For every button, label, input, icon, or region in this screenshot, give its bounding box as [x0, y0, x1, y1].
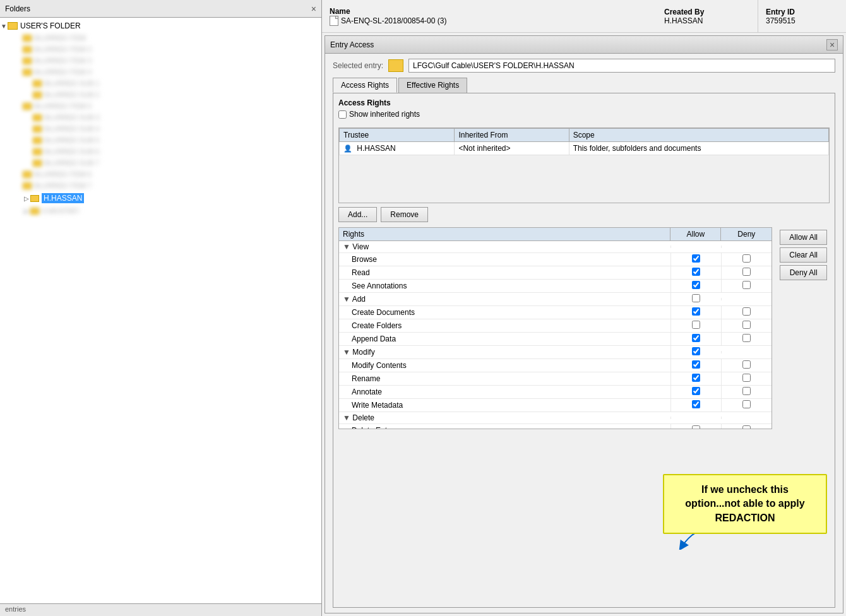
modify-contents-deny[interactable] — [721, 359, 772, 372]
list-item[interactable]: BLURRED SUB 7 — [23, 158, 321, 168]
create-docs-deny-checkbox[interactable] — [742, 307, 751, 316]
selected-entry-path: LFGC\Gulf Cable\USER'S FOLDER\H.HASSAN — [408, 59, 835, 73]
list-item[interactable]: BLURRED SUB 3 — [23, 112, 321, 122]
read-allow[interactable] — [670, 266, 721, 279]
rights-row-read[interactable]: Read — [339, 266, 772, 280]
list-item[interactable]: BLURRED ITEM 5 — [23, 101, 321, 111]
create-folders-deny-checkbox[interactable] — [742, 321, 751, 329]
see-annotations-deny[interactable] — [721, 280, 772, 292]
delete-entry-deny-checkbox[interactable] — [742, 425, 751, 429]
rights-row-modify-contents[interactable]: Modify Contents — [339, 359, 772, 372]
append-data-allow-checkbox[interactable] — [692, 334, 700, 342]
list-item[interactable]: BLURRED SUB 6 — [23, 146, 321, 157]
rename-label: Rename — [339, 373, 670, 384]
rights-row-see-annotations[interactable]: See Annotations — [339, 280, 772, 293]
add-group-checkbox[interactable] — [692, 294, 700, 302]
browse-allow-checkbox[interactable] — [692, 254, 700, 263]
rename-deny[interactable] — [721, 372, 772, 385]
annotate-deny-checkbox[interactable] — [742, 387, 751, 395]
modify-contents-allow-checkbox[interactable] — [692, 360, 700, 369]
read-allow-checkbox[interactable] — [692, 268, 700, 276]
rights-row-write-metadata[interactable]: Write Metadata — [339, 399, 772, 412]
write-metadata-allow[interactable] — [670, 399, 721, 412]
rights-group-add[interactable]: ▼ Add — [339, 293, 772, 306]
tree-label: BLURRED ITEM 2 — [34, 45, 92, 53]
delete-entry-deny[interactable] — [721, 424, 772, 429]
rights-row-annotate[interactable]: Annotate — [339, 386, 772, 399]
rights-group-modify[interactable]: ▼ Modify — [339, 346, 772, 359]
folder-close-button[interactable]: × — [311, 4, 316, 14]
add-button[interactable]: Add... — [338, 207, 377, 222]
rights-row-browse[interactable]: Browse — [339, 253, 772, 266]
expand-icon[interactable]: ▷ — [23, 208, 30, 215]
dialog-close-button[interactable]: × — [826, 39, 838, 50]
add-group-allow-cell[interactable] — [670, 293, 721, 305]
modify-group-checkbox[interactable] — [692, 347, 700, 355]
append-data-allow[interactable] — [670, 333, 721, 345]
create-docs-allow[interactable] — [670, 306, 721, 319]
create-folders-deny[interactable] — [721, 319, 772, 332]
list-item[interactable]: BLURRED ITEM 7 — [23, 181, 321, 191]
folder-icon-small — [33, 114, 42, 121]
list-item[interactable]: BLURRED ITEM 3 — [23, 56, 321, 66]
browse-allow[interactable] — [670, 253, 721, 266]
list-item[interactable]: BLURRED ITEM 4 — [23, 67, 321, 77]
rename-allow[interactable] — [670, 372, 721, 385]
annotate-deny[interactable] — [721, 386, 772, 398]
show-inherited-checkbox[interactable] — [338, 110, 347, 119]
list-item[interactable]: ▷ H.MOSTAFI — [23, 206, 321, 216]
modify-contents-allow[interactable] — [670, 359, 721, 372]
list-item[interactable]: BLURRED SUB 5 — [23, 135, 321, 145]
allow-all-button[interactable]: Allow All — [780, 230, 827, 245]
rights-row-delete-entry[interactable]: Delete Entry — [339, 424, 772, 429]
see-annotations-allow[interactable] — [670, 280, 721, 292]
browse-deny[interactable] — [721, 253, 772, 266]
see-annotations-deny-checkbox[interactable] — [742, 281, 751, 289]
clear-all-button[interactable]: Clear All — [780, 247, 827, 263]
tree-root-item[interactable]: ▼ USER'S FOLDER — [0, 20, 321, 32]
annotate-allow[interactable] — [670, 386, 721, 398]
list-item[interactable]: BLURRED ITEM 2 — [23, 44, 321, 54]
col-allow-label: Allow — [670, 228, 721, 240]
list-item[interactable]: BLURRED SUB 4 — [23, 124, 321, 134]
modify-group-allow[interactable] — [670, 346, 721, 358]
rights-row-rename[interactable]: Rename — [339, 372, 772, 386]
rename-deny-checkbox[interactable] — [742, 374, 751, 382]
rights-row-create-docs[interactable]: Create Documents — [339, 306, 772, 319]
see-annotations-allow-checkbox[interactable] — [692, 281, 700, 289]
delete-entry-allow[interactable] — [670, 424, 721, 429]
modify-contents-deny-checkbox[interactable] — [742, 360, 751, 369]
create-folders-allow-checkbox[interactable] — [692, 321, 700, 329]
list-item[interactable]: BLURRED SUB 2 — [23, 90, 321, 100]
sidebar-item-hhassan[interactable]: ▷ H.HASSAN — [23, 192, 321, 204]
read-deny[interactable] — [721, 266, 772, 279]
write-metadata-allow-checkbox[interactable] — [692, 400, 700, 408]
write-metadata-label: Write Metadata — [339, 400, 670, 411]
browse-deny-checkbox[interactable] — [742, 254, 751, 263]
remove-button[interactable]: Remove — [381, 207, 428, 222]
list-item[interactable]: BLURRED SUB 1 — [23, 78, 321, 88]
expand-icon[interactable]: ▼ — [0, 23, 8, 30]
read-deny-checkbox[interactable] — [742, 268, 751, 276]
list-item[interactable]: BLURRED ITEM — [23, 33, 321, 43]
list-item[interactable]: BLURRED ITEM 6 — [23, 169, 321, 179]
rename-allow-checkbox[interactable] — [692, 374, 700, 382]
write-metadata-deny[interactable] — [721, 399, 772, 412]
tab-effective-rights[interactable]: Effective Rights — [398, 78, 467, 93]
deny-all-button[interactable]: Deny All — [780, 265, 827, 280]
write-metadata-deny-checkbox[interactable] — [742, 400, 751, 408]
expand-icon[interactable]: ▷ — [23, 195, 30, 202]
append-data-deny[interactable] — [721, 333, 772, 345]
append-data-deny-checkbox[interactable] — [742, 334, 751, 342]
rights-row-create-folders[interactable]: Create Folders — [339, 319, 772, 333]
delete-entry-allow-checkbox[interactable] — [692, 425, 700, 429]
create-folders-allow[interactable] — [670, 319, 721, 332]
tab-access-rights[interactable]: Access Rights — [333, 78, 397, 93]
create-docs-deny[interactable] — [721, 306, 772, 319]
rights-row-append-data[interactable]: Append Data — [339, 333, 772, 346]
rights-group-delete[interactable]: ▼ Delete — [339, 412, 772, 424]
annotate-allow-checkbox[interactable] — [692, 387, 700, 395]
table-row[interactable]: 👤 H.HASSAN <Not inherited> This folder, … — [340, 142, 829, 155]
rights-group-view[interactable]: ▼ View — [339, 241, 772, 253]
create-docs-allow-checkbox[interactable] — [692, 307, 700, 316]
